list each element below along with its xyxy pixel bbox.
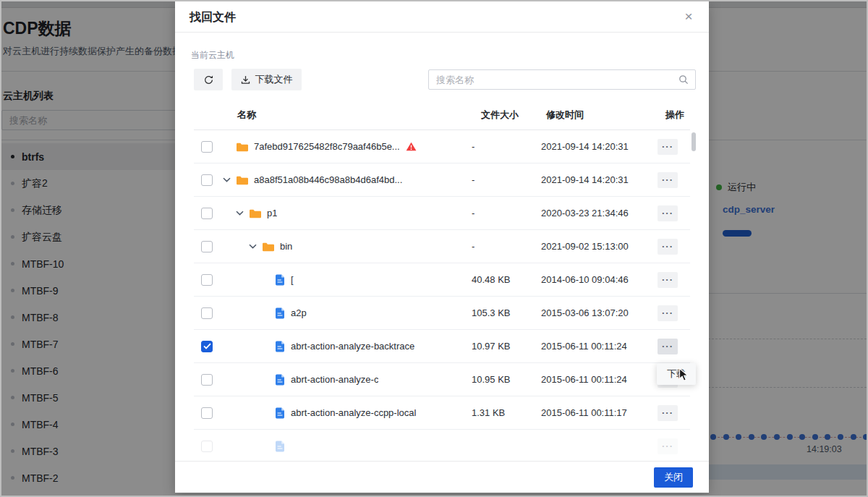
file-size: - [461, 208, 533, 218]
row-checkbox[interactable] [201, 208, 213, 219]
file-icon [275, 307, 285, 319]
row-more-button[interactable]: ··· [658, 205, 678, 221]
table-row: bin-2021-09-02 15:13:00··· [194, 230, 690, 263]
row-checkbox[interactable] [201, 307, 213, 319]
file-name: p1 [267, 208, 277, 218]
file-icon [275, 374, 285, 386]
row-more-button[interactable]: ··· [658, 305, 678, 321]
close-button[interactable]: 关闭 [654, 467, 693, 488]
row-checkbox[interactable] [201, 241, 213, 252]
refresh-button[interactable] [194, 69, 223, 90]
file-modified: 2021-09-14 14:20:31 [533, 174, 655, 185]
file-icon [275, 441, 285, 452]
file-size: 40.48 KB [461, 274, 533, 285]
file-modified: 2015-03-06 13:07:20 [533, 307, 655, 318]
column-modified: 修改时间 [533, 109, 655, 122]
file-icon [275, 341, 285, 352]
modal-header: 找回文件 × [175, 1, 709, 33]
table-row: abrt-action-analyze-backtrace10.97 KB201… [194, 330, 690, 363]
file-size: 1.31 KB [461, 407, 533, 418]
modal-footer: 关闭 [175, 461, 709, 493]
folder-icon [236, 175, 248, 185]
chevron-down-icon[interactable] [236, 211, 249, 216]
file-name: a8a8f51a08b446c98a8b4d6af4bd... [254, 174, 402, 185]
row-more-button[interactable]: ··· [658, 172, 678, 188]
file-name: [ [291, 274, 294, 285]
download-files-button[interactable]: 下载文件 [231, 69, 302, 90]
row-more-button[interactable]: ··· [658, 272, 678, 288]
warning-icon [406, 142, 417, 151]
chevron-down-icon[interactable] [223, 177, 236, 182]
table-row: a8a8f51a08b446c98a8b4d6af4bd...-2021-09-… [194, 163, 690, 197]
file-size: 10.95 KB [461, 374, 533, 385]
row-more-button[interactable]: ··· [658, 405, 678, 421]
file-icon [275, 407, 285, 419]
file-size: - [461, 141, 533, 152]
table-row: p1-2020-03-23 21:34:46··· [194, 197, 690, 230]
download-icon [241, 75, 250, 85]
file-modified: 2021-09-14 14:20:31 [533, 141, 655, 152]
row-more-button[interactable]: ··· [658, 438, 678, 454]
current-host-label: 当前云主机 [191, 49, 234, 61]
table-row: abrt-action-analyze-c10.95 KB2015-06-11 … [194, 363, 690, 396]
file-size: - [461, 241, 533, 252]
file-modified: 2014-06-10 09:04:46 [533, 274, 655, 285]
folder-icon [262, 242, 274, 252]
file-name: abrt-action-analyze-ccpp-local [291, 407, 416, 418]
mouse-cursor [678, 368, 689, 386]
file-modified: 2021-09-02 15:13:00 [533, 241, 655, 252]
toolbar: 下载文件 [194, 69, 696, 90]
column-size: 文件大小 [461, 109, 533, 122]
row-checkbox[interactable] [201, 441, 213, 452]
row-more-button[interactable]: ··· [658, 339, 678, 354]
scrollbar-thumb[interactable] [692, 132, 696, 151]
column-action: 操作 [655, 109, 690, 122]
table-row: a2p105.3 KB2015-03-06 13:07:20··· [194, 297, 690, 330]
row-checkbox[interactable] [201, 341, 213, 352]
row-checkbox[interactable] [201, 174, 213, 186]
file-name: 7afebd917625482f8c79aaf46b5e... [254, 141, 400, 152]
refresh-icon [203, 75, 214, 85]
file-search-input[interactable] [428, 69, 696, 90]
file-icon [275, 274, 285, 286]
file-search [428, 69, 696, 90]
table-row: abrt-action-analyze-ccpp-local1.31 KB201… [194, 396, 690, 430]
row-checkbox[interactable] [201, 141, 213, 153]
background-page: CDP数据 对云主机进行持续数据保护产生的备份数据，存放 云主机列表 btrfs… [1, 1, 867, 496]
file-table-body: 7afebd917625482f8c79aaf46b5e...-2021-09-… [194, 130, 690, 461]
file-name: bin [280, 241, 292, 252]
file-size: - [461, 174, 533, 185]
file-size: 105.3 KB [461, 307, 533, 318]
modal-title: 找回文件 [190, 10, 236, 25]
table-row: ··· [194, 430, 690, 461]
column-name: 名称 [223, 109, 461, 122]
file-modified: 2015-06-11 00:11:17 [533, 407, 655, 418]
row-more-button[interactable]: ··· [658, 239, 678, 255]
table-row: 7afebd917625482f8c79aaf46b5e...-2021-09-… [194, 130, 690, 163]
file-name: a2p [291, 307, 307, 318]
row-checkbox[interactable] [201, 407, 213, 419]
close-icon[interactable]: × [680, 8, 697, 25]
file-name: abrt-action-analyze-c [291, 374, 378, 385]
file-modified: 2020-03-23 21:34:46 [533, 208, 655, 218]
recover-files-modal: 找回文件 × 当前云主机 下载文件 [175, 1, 709, 493]
folder-icon [236, 142, 248, 152]
file-modified: 2015-06-11 00:11:24 [533, 341, 655, 352]
action-menu-download[interactable]: 下载 [657, 363, 696, 385]
chevron-down-icon[interactable] [249, 244, 262, 249]
row-checkbox[interactable] [201, 274, 213, 286]
file-modified: 2015-06-11 00:11:24 [533, 374, 655, 385]
file-name: abrt-action-analyze-backtrace [291, 341, 414, 352]
download-files-label: 下载文件 [255, 73, 292, 86]
table-row: [40.48 KB2014-06-10 09:04:46··· [194, 263, 690, 297]
file-table-header: 名称 文件大小 修改时间 操作 [194, 100, 690, 130]
row-checkbox[interactable] [201, 374, 213, 386]
file-size: 10.97 KB [461, 341, 533, 352]
search-icon [678, 74, 689, 88]
folder-icon [249, 208, 261, 218]
row-more-button[interactable]: ··· [658, 139, 678, 155]
